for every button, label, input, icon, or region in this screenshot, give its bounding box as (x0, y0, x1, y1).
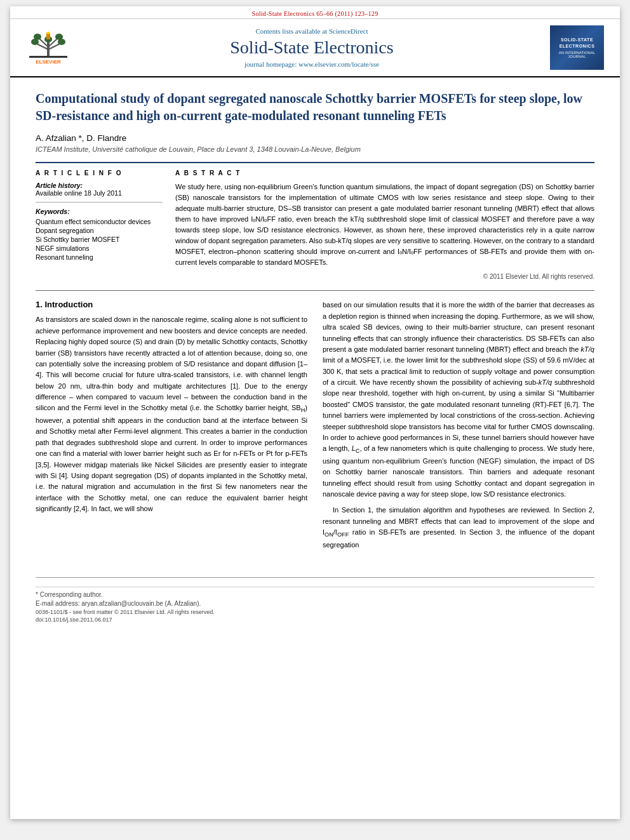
keyword-2: Dopant segregation (36, 227, 163, 234)
svg-rect-0 (29, 56, 67, 58)
history-date: Available online 18 July 2011 (36, 189, 163, 197)
body-left-column: 1. Introduction As transistors are scale… (36, 300, 307, 556)
journal-banner: Solid-State Electronics 65–66 (2011) 123… (10, 6, 620, 19)
svg-point-12 (46, 32, 50, 34)
introduction-text: As transistors are scaled down in the na… (36, 314, 307, 514)
body-section: 1. Introduction As transistors are scale… (36, 290, 594, 556)
introduction-title: 1. Introduction (36, 300, 307, 309)
page-footer: * Corresponding author. E-mail address: … (36, 577, 594, 623)
right-para-2: In Section 1, the simulation algorithm a… (323, 505, 594, 550)
page: Solid-State Electronics 65–66 (2011) 123… (10, 6, 620, 819)
svg-point-10 (58, 39, 65, 45)
sciencedirect-link-text[interactable]: ScienceDirect (329, 27, 368, 35)
elsevier-tree-icon: ELSEVIER (29, 30, 67, 65)
footer-doi: doi:10.1016/j.sse.2011.06.017 (36, 617, 594, 623)
journal-cover-area: SOLID-STATEELECTRONICS AN INTERNATIONALJ… (550, 25, 607, 70)
journal-cover-image: SOLID-STATEELECTRONICS AN INTERNATIONALJ… (550, 25, 604, 70)
authors-line: A. Afzalian *, D. Flandre (36, 133, 594, 143)
divider (36, 202, 163, 203)
abstract-text: We study here, using non-equilibrium Gre… (175, 182, 594, 268)
abstract-column: A B S T R A C T We study here, using non… (175, 170, 594, 280)
journal-citation: Solid-State Electronics 65–66 (2011) 123… (252, 10, 379, 17)
footnotes: * Corresponding author. E-mail address: … (36, 587, 594, 607)
article-history: Article history: Available online 18 Jul… (36, 182, 163, 197)
main-content: Computational study of dopant segregated… (10, 77, 620, 568)
journal-header: ELSEVIER Contents lists available at Sci… (10, 19, 620, 77)
keywords-label: Keywords: (36, 208, 163, 215)
keyword-4: NEGF simulations (36, 244, 163, 252)
footnote-star: * Corresponding author. (36, 591, 594, 598)
journal-title-area: Contents lists available at ScienceDirec… (80, 27, 544, 68)
journal-homepage: journal homepage: www.elsevier.com/locat… (80, 60, 544, 68)
cover-subtitle: AN INTERNATIONALJOURNAL (559, 51, 596, 58)
body-right-column: based on our simulation results that it … (323, 300, 594, 556)
article-info-column: A R T I C L E I N F O Article history: A… (36, 170, 163, 280)
article-info-heading: A R T I C L E I N F O (36, 170, 163, 177)
keywords-section: Keywords: Quantum effect semiconductor d… (36, 208, 163, 261)
article-info-abstract: A R T I C L E I N F O Article history: A… (36, 162, 594, 280)
right-para-1: based on our simulation results that it … (323, 300, 594, 500)
elsevier-text: ELSEVIER (36, 59, 61, 65)
copyright-notice: © 2011 Elsevier Ltd. All rights reserved… (175, 273, 594, 280)
journal-title: Solid-State Electronics (80, 37, 544, 58)
sciencedirect-label: Contents lists available at ScienceDirec… (80, 27, 544, 35)
affiliation: ICTEAM Institute, Université catholique … (36, 145, 594, 153)
intro-para-1: As transistors are scaled down in the na… (36, 314, 307, 514)
keywords-list: Quantum effect semiconductor devices Dop… (36, 218, 163, 261)
cover-journal-title: SOLID-STATEELECTRONICS (560, 37, 595, 48)
svg-point-7 (34, 34, 41, 40)
author-names: A. Afzalian *, D. Flandre (36, 133, 126, 143)
keyword-3: Si Schottky barrier MOSFET (36, 236, 163, 243)
history-label: Article history: (36, 182, 163, 189)
footer-license: 0038-1101/$ - see front matter © 2011 El… (36, 609, 594, 615)
keyword-1: Quantum effect semiconductor devices (36, 218, 163, 225)
right-column-text: based on our simulation results that it … (323, 300, 594, 550)
footnote-email: E-mail address: aryan.afzalian@uclouvain… (36, 600, 594, 607)
publisher-logo-area: ELSEVIER (23, 30, 74, 65)
abstract-heading: A B S T R A C T (175, 170, 594, 177)
keyword-5: Resonant tunneling (36, 253, 163, 261)
paper-title: Computational study of dopant segregated… (36, 90, 594, 124)
